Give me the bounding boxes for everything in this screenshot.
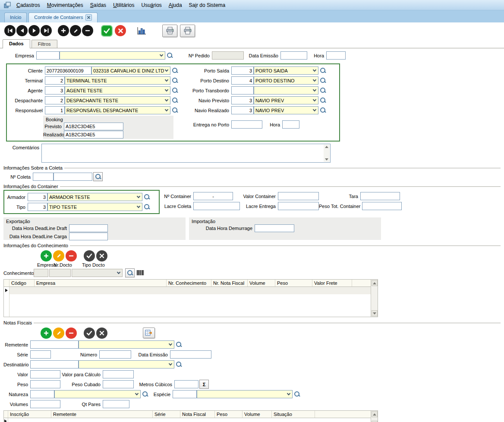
edit-button[interactable] — [70, 25, 81, 36]
column-header-volume[interactable]: Volume — [243, 411, 272, 418]
destinatario-combo[interactable] — [79, 360, 174, 368]
column-header-nr-conhecimento[interactable]: Nr. Conhecimento — [167, 280, 211, 287]
menu-item-cadastros[interactable]: Cadastros — [13, 0, 44, 10]
tipo-combo[interactable]: TIPO TESTE — [47, 203, 142, 211]
peso-tot-container-input[interactable] — [362, 202, 402, 210]
porto-transbordo-search-icon[interactable] — [320, 87, 326, 94]
column-header-inscricao[interactable]: Inscrição — [8, 411, 51, 418]
especie-search-icon[interactable] — [294, 391, 300, 397]
despachante-search-icon[interactable] — [172, 97, 178, 104]
print-preview-button[interactable] — [162, 25, 177, 37]
booking-realizado-input[interactable] — [64, 131, 123, 139]
navio-realizado-search-icon[interactable] — [320, 107, 326, 113]
responsavel-combo[interactable]: RESPONSÁVEL DESPACHANTE — [65, 106, 170, 114]
agente-combo[interactable]: AGENTE TESTE — [65, 86, 170, 94]
conhecimento-insert-button[interactable] — [41, 250, 52, 261]
responsavel-code-input[interactable] — [45, 106, 65, 114]
terminal-search-icon[interactable] — [172, 77, 178, 84]
tipo-code-input[interactable] — [28, 203, 47, 211]
last-record-button[interactable] — [41, 25, 52, 36]
natureza-search-icon[interactable] — [142, 391, 148, 397]
conhecimento-cancel-button[interactable] — [96, 250, 107, 261]
empresa-search-icon[interactable] — [167, 52, 173, 59]
empresa-code-input[interactable] — [36, 51, 60, 60]
coleta-search-button[interactable] — [93, 172, 103, 181]
scroll-up-button[interactable] — [372, 280, 378, 286]
nota-cancel-button[interactable] — [96, 328, 107, 339]
scroll-down-button[interactable] — [372, 310, 378, 316]
hora-input[interactable] — [326, 51, 346, 60]
cliente-search-icon[interactable] — [172, 67, 178, 74]
responsavel-search-icon[interactable] — [172, 107, 178, 113]
terminal-combo[interactable]: TERMINAL TESTE — [65, 76, 170, 85]
despachante-code-input[interactable] — [45, 96, 65, 104]
column-header-nota-fiscal[interactable]: Nota Fiscal — [180, 411, 215, 418]
conhecimento-edit-button[interactable] — [53, 250, 64, 261]
menu-item-movimentacoes[interactable]: Movimentações — [44, 0, 87, 10]
navio-previsto-combo[interactable]: NAVIO PREV — [254, 96, 318, 104]
column-header-remetente[interactable]: Remetente — [51, 411, 153, 418]
nota-delete-button[interactable] — [66, 328, 77, 339]
print-button[interactable] — [180, 25, 195, 37]
confirm-button[interactable] — [101, 25, 113, 37]
destinatario-search-icon[interactable] — [176, 361, 182, 368]
despachante-combo[interactable]: DESPACHANTE TESTE — [65, 96, 170, 104]
valor-input[interactable] — [30, 370, 60, 378]
scroll-up-button[interactable] — [372, 411, 378, 417]
terminal-code-input[interactable] — [45, 76, 65, 85]
conhecimento-confirm-button[interactable] — [84, 250, 95, 261]
menu-item-ajuda[interactable]: Ajuda — [165, 0, 186, 10]
porto-transbordo-code-input[interactable] — [231, 86, 254, 94]
sum-button[interactable]: Σ — [199, 380, 209, 389]
porto-saida-combo[interactable]: PORTO SAIDA — [254, 66, 318, 75]
conhecimento-grid-scrollbar[interactable] — [371, 280, 378, 317]
serie-input[interactable] — [30, 350, 51, 359]
delete-button[interactable] — [82, 25, 93, 36]
entrega-hora-input[interactable] — [282, 120, 299, 129]
valor-container-input[interactable] — [278, 192, 319, 200]
previous-record-button[interactable] — [16, 25, 28, 36]
porto-transbordo-combo[interactable] — [254, 86, 318, 94]
metros-cubicos-input[interactable] — [174, 380, 198, 388]
armador-code-input[interactable] — [28, 193, 47, 201]
menu-item-sair-do-sistema[interactable]: Sair do Sistema — [186, 0, 229, 10]
cancel-button[interactable] — [115, 25, 126, 36]
tara-input[interactable] — [360, 192, 400, 200]
booking-previsto-input[interactable] — [64, 123, 123, 130]
next-record-button[interactable] — [28, 25, 40, 36]
transfer-items-button[interactable] — [143, 328, 155, 338]
peso-cubado-input[interactable] — [103, 380, 134, 388]
natureza-combo[interactable] — [54, 390, 141, 398]
navio-realizado-combo[interactable]: NAVIO PREV — [254, 106, 318, 114]
armador-search-icon[interactable] — [144, 194, 150, 200]
porto-saida-code-input[interactable] — [231, 66, 254, 75]
chart-button[interactable] — [136, 26, 147, 35]
especie-code-input[interactable] — [173, 390, 197, 398]
armador-combo[interactable]: ARMADOR TESTE — [47, 193, 142, 201]
scroll-up-icon[interactable] — [325, 146, 328, 148]
porto-destino-combo[interactable]: PORTO DESTINO — [254, 76, 318, 85]
first-record-button[interactable] — [4, 25, 16, 36]
nota-confirm-button[interactable] — [84, 328, 95, 339]
deadline-carga-input[interactable] — [69, 233, 108, 240]
column-header-serie[interactable]: Série — [153, 411, 180, 418]
column-header-empresa[interactable]: Empresa — [35, 280, 167, 287]
destinatario-code-input[interactable] — [30, 360, 79, 368]
tab-dados[interactable]: Dados — [3, 39, 30, 48]
navio-realizado-code-input[interactable] — [231, 106, 254, 114]
menu-item-saidas[interactable]: Saídas — [87, 0, 110, 10]
comentarios-scrollbar[interactable] — [324, 145, 330, 162]
tab-filtros[interactable]: Filtros — [32, 40, 57, 48]
volumes-input[interactable] — [30, 400, 60, 408]
barcode-icon[interactable] — [136, 270, 144, 277]
conhecimento-delete-button[interactable] — [66, 250, 77, 261]
lacre-entrega-input[interactable] — [278, 202, 319, 210]
porto-saida-search-icon[interactable] — [320, 67, 326, 74]
column-header-codigo[interactable]: Código — [9, 280, 35, 287]
natureza-code-input[interactable] — [30, 390, 54, 398]
lacre-coleta-input[interactable] — [193, 202, 240, 210]
tipo-search-icon[interactable] — [144, 204, 150, 210]
nota-insert-button[interactable] — [41, 328, 52, 339]
insert-button[interactable] — [58, 25, 69, 36]
numero-input[interactable] — [99, 350, 131, 359]
